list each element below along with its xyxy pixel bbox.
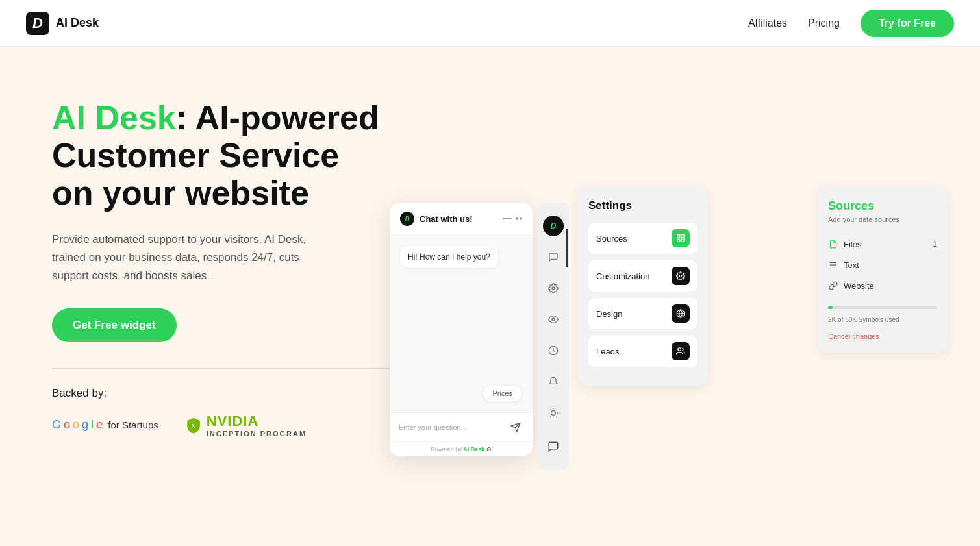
- chat-footer: Powered by AI Desk ⊙: [390, 441, 533, 456]
- hero-title-green: AI Desk: [52, 99, 176, 136]
- svg-rect-15: [677, 235, 680, 238]
- chat-controls[interactable]: [503, 217, 522, 220]
- sources-panel: Sources Add your data sources Files 1 Te…: [818, 186, 948, 353]
- source-website-row[interactable]: Website: [828, 275, 937, 296]
- navbar: D AI Desk Affiliates Pricing Try for Fre…: [0, 0, 980, 47]
- usage-bar: 2K of 50K Symbols used: [828, 306, 937, 325]
- settings-customization-item[interactable]: Customization: [588, 260, 697, 292]
- svg-line-13: [550, 416, 551, 416]
- chat-title: Chat with us!: [420, 214, 473, 224]
- settings-sources-label: Sources: [596, 234, 627, 243]
- chat-greeting: Hi! How can I help you?: [400, 246, 498, 268]
- logo[interactable]: D AI Desk: [26, 12, 99, 35]
- nvidia-text: NVIDIA: [207, 413, 307, 430]
- sidebar-message-icon[interactable]: [543, 436, 564, 457]
- nvidia-shield-icon: N: [184, 416, 203, 434]
- hero-title: AI Desk: AI-powered Customer Service on …: [52, 99, 390, 212]
- cancel-changes-link[interactable]: Cancel changes: [828, 332, 937, 340]
- sources-subtitle: Add your data sources: [828, 216, 937, 223]
- source-files-label: Files: [844, 240, 861, 249]
- main-content: AI Desk: AI-powered Customer Service on …: [0, 47, 980, 546]
- svg-point-6: [551, 411, 556, 416]
- svg-point-22: [678, 348, 681, 351]
- usage-bar-background: [828, 306, 937, 309]
- usage-text: 2K of 50K Symbols used: [828, 316, 899, 323]
- source-files-count: 1: [933, 240, 937, 249]
- settings-design-item[interactable]: Design: [588, 298, 697, 329]
- svg-rect-17: [677, 239, 680, 242]
- sidebar-icons: D: [538, 203, 569, 470]
- logo-text: AI Desk: [56, 16, 99, 30]
- prices-chip[interactable]: Prices: [483, 385, 522, 402]
- chat-widget: D Chat with us! Hi! How can I help you? …: [390, 203, 533, 456]
- source-text-row[interactable]: Text: [828, 254, 937, 275]
- partner-logos: Google for Startups N NVIDIA INCEPTION P…: [52, 413, 390, 438]
- svg-rect-18: [681, 239, 684, 242]
- chat-suggestion: Prices: [400, 385, 522, 402]
- svg-text:N: N: [191, 422, 195, 429]
- source-website-label: Website: [844, 281, 874, 291]
- settings-panel: Settings Sources Customization Design: [578, 186, 708, 386]
- svg-point-3: [552, 287, 555, 290]
- usage-bar-fill: [828, 306, 833, 309]
- sidebar-chat-icon[interactable]: [543, 247, 564, 267]
- vertical-divider: [566, 229, 568, 267]
- logo-icon: D: [26, 12, 49, 35]
- sources-title: Sources: [828, 199, 937, 213]
- source-files-row[interactable]: Files 1: [828, 234, 937, 254]
- chat-body: Hi! How can I help you? Prices: [390, 236, 533, 412]
- powered-by-link[interactable]: AI Desk: [463, 446, 484, 453]
- chat-logo-icon: D: [400, 212, 414, 226]
- svg-line-14: [556, 410, 557, 410]
- svg-point-19: [679, 275, 682, 277]
- backed-by-label: Backed by:: [52, 387, 390, 400]
- settings-leads-label: Leads: [596, 347, 619, 356]
- text-icon: [828, 260, 838, 270]
- svg-line-9: [550, 410, 551, 410]
- sidebar-eye-icon[interactable]: [543, 309, 564, 330]
- google-logo: Google for Startups: [52, 418, 158, 432]
- try-free-button[interactable]: Try for Free: [861, 10, 954, 37]
- nvidia-sub: INCEPTION PROGRAM: [207, 430, 307, 438]
- link-icon: [828, 280, 838, 291]
- file-icon: [828, 239, 838, 249]
- chat-header: D Chat with us!: [390, 203, 533, 236]
- pricing-link[interactable]: Pricing: [808, 18, 840, 29]
- settings-design-label: Design: [596, 309, 622, 319]
- more-icon[interactable]: [516, 217, 522, 220]
- settings-leads-item[interactable]: Leads: [588, 336, 697, 367]
- sidebar-bell-icon[interactable]: [543, 371, 564, 392]
- svg-rect-16: [681, 235, 684, 238]
- chat-input-area[interactable]: Enter your question...: [390, 412, 533, 441]
- source-text-label: Text: [844, 260, 859, 270]
- settings-customization-label: Customization: [596, 271, 649, 281]
- sidebar-sun-icon[interactable]: [543, 403, 564, 423]
- hero-section: AI Desk: AI-powered Customer Service on …: [52, 86, 390, 438]
- settings-leads-icon: [672, 342, 690, 360]
- settings-design-icon: [672, 304, 690, 323]
- affiliates-link[interactable]: Affiliates: [748, 18, 787, 29]
- settings-title: Settings: [588, 199, 697, 212]
- settings-sources-icon: [672, 229, 690, 247]
- sidebar-gear-icon[interactable]: [543, 278, 564, 299]
- minimize-icon[interactable]: [503, 218, 512, 219]
- svg-point-4: [552, 318, 555, 321]
- settings-sources-item[interactable]: Sources: [588, 223, 697, 254]
- chat-input-placeholder: Enter your question...: [399, 423, 467, 431]
- nvidia-logo: N NVIDIA INCEPTION PROGRAM: [184, 413, 307, 438]
- svg-line-10: [556, 416, 557, 416]
- settings-customization-icon: [672, 267, 690, 285]
- sidebar-logo-icon[interactable]: D: [543, 216, 564, 236]
- navbar-right: Affiliates Pricing Try for Free: [748, 10, 954, 37]
- send-icon[interactable]: [508, 419, 523, 435]
- get-free-widget-button[interactable]: Get Free widget: [52, 308, 177, 342]
- sidebar-clock-icon[interactable]: [543, 340, 564, 361]
- hero-subtitle: Provide automated support to your visito…: [52, 230, 338, 285]
- hero-divider: [52, 368, 390, 369]
